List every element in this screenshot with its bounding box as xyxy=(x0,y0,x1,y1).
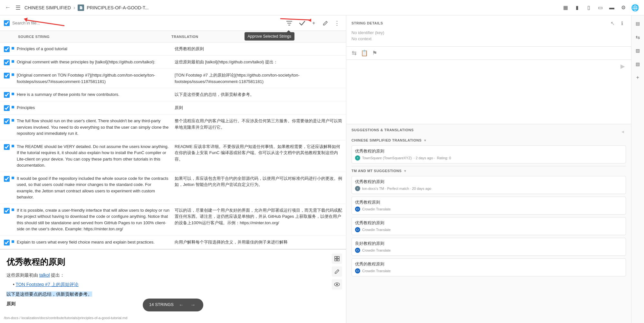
chinese-suggestion-meta-1: T TownSquare (TownSquareXYZ) · 2 days ag… xyxy=(355,155,622,161)
crowdin-avatar-4: Cr xyxy=(355,268,360,273)
tm-suggestion-meta-3: Cr Crowdin Translate xyxy=(355,227,622,232)
tm-suggestion-2: 优秀教程原则 Cr Crowdin Translate xyxy=(351,197,626,215)
main-layout: Approve Selected Strings + ⋮ SOURCE STRI… xyxy=(0,15,644,323)
string-indicator xyxy=(12,106,14,108)
string-translation: 优秀教程的原则 xyxy=(175,46,342,52)
more-icon: ⋮ xyxy=(334,20,340,26)
string-checkbox[interactable] xyxy=(4,118,10,124)
copy-icon[interactable]: 📋 xyxy=(360,49,368,57)
layout-split-icon[interactable]: ▯ xyxy=(583,3,594,13)
string-row[interactable]: Original comment with these principles b… xyxy=(0,56,346,69)
chinese-translations-section: CHINESE SIMPLIFIED TRANSLATIONS ▼ 优秀教程的原… xyxy=(351,138,626,163)
string-checkbox[interactable] xyxy=(4,92,10,98)
svg-rect-6 xyxy=(337,259,339,261)
details-content-area: ▶ xyxy=(346,60,631,124)
right-strip-icon-2[interactable]: ⇆ xyxy=(634,33,642,41)
svg-rect-2 xyxy=(288,25,290,25)
string-checkbox[interactable] xyxy=(4,73,10,78)
layout-grid-icon[interactable]: ▦ xyxy=(560,3,571,13)
string-row[interactable]: Principles 原则 xyxy=(0,101,346,115)
details-expand-button[interactable]: ↖ xyxy=(609,19,616,27)
flag-icon[interactable]: ⚑ xyxy=(371,49,379,57)
suggestions-title: SUGGESTIONS & TRANSLATIONS xyxy=(351,128,414,132)
string-checkbox[interactable] xyxy=(4,144,10,150)
preview-filepath: /ton-docs / localization/docs/contribute… xyxy=(4,315,127,321)
edit-string-button[interactable] xyxy=(320,18,331,28)
string-row[interactable]: The README should be VERY detailed. Do n… xyxy=(0,140,346,172)
settings-icon[interactable]: ⚙ xyxy=(618,3,629,13)
suggestion-time-1: · 2 days ago · xyxy=(414,156,435,160)
string-translation: 整个流程应在用户的客户端上运行。不应涉及任何第三方服务。你需要做的是让用户可以简… xyxy=(175,118,342,130)
file-title[interactable]: PRINCIPLES-OF-A-GOOD-T... xyxy=(87,5,149,10)
layout-full-icon[interactable]: ▭ xyxy=(595,3,605,13)
preview-line1-link[interactable]: talkol xyxy=(39,272,50,278)
tm-suggestion-meta-5: Cr Crowdin Translate xyxy=(355,268,622,273)
string-row[interactable]: Explain to users what every field choice… xyxy=(0,236,346,249)
string-row[interactable]: [Original comment on TON Footstep #7](ht… xyxy=(0,69,346,88)
top-nav: ← ☰ CHINESE SIMPLIFIED › 📄 PRINCIPLES-OF… xyxy=(0,0,644,15)
tm-suggestion-meta-1: T ton-docs's TM · Perfect match · 20 day… xyxy=(355,186,622,191)
back-button[interactable]: ← xyxy=(4,4,12,12)
layout-side-icon[interactable]: ▮ xyxy=(572,3,582,13)
tm-suggestion-3: 优秀教程的原则 Cr Crowdin Translate xyxy=(351,217,626,235)
string-checkbox[interactable] xyxy=(4,105,10,111)
string-row[interactable]: Principles of a good tutorial 优秀教程的原则 xyxy=(0,42,346,56)
preview-view-button[interactable] xyxy=(332,279,342,290)
preview-bullet1-link[interactable]: TON Footstep #7 上的原始评论 xyxy=(16,282,79,287)
right-strip-icon-5[interactable]: + xyxy=(634,73,642,82)
chinese-suggestion-item-1: 优秀教程的原则 T TownSquare (TownSquareXYZ) · 2… xyxy=(351,145,626,163)
string-row[interactable]: The full flow should run on the user's c… xyxy=(0,115,346,140)
tm-avatar-1: T xyxy=(355,186,360,191)
string-indicator xyxy=(12,145,14,147)
string-indicator xyxy=(12,119,14,122)
project-title[interactable]: CHINESE SIMPLIFIED xyxy=(24,5,71,10)
string-row[interactable]: It would be good if the repository inclu… xyxy=(0,172,346,204)
approve-strings-button[interactable]: Approve Selected Strings xyxy=(297,18,307,28)
select-all-checkbox[interactable] xyxy=(4,20,10,26)
right-strip-icon-4[interactable]: ▧ xyxy=(634,60,642,68)
string-translation: 向用户解释每个字段选择的含义，并用最佳的例子来进行解释 xyxy=(175,239,342,245)
tm-suggestions-title[interactable]: TM AND MT SUGGESTIONS ▼ xyxy=(351,169,626,173)
details-header: STRING DETAILS ↖ ℹ xyxy=(351,19,626,27)
more-options-button[interactable]: ⋮ xyxy=(332,18,342,28)
menu-button[interactable]: ☰ xyxy=(14,4,22,12)
badge-next-button[interactable]: → xyxy=(189,301,197,309)
string-checkbox[interactable] xyxy=(4,176,10,182)
preview-area: 优秀教程的原则 这些原则最初由 talkol 提出： • TON Footste… xyxy=(0,249,346,323)
string-row[interactable]: If it is possible, create a user-friendl… xyxy=(0,204,346,236)
right-strip-icon-1[interactable]: ▤ xyxy=(634,19,642,28)
file-icon: 📄 xyxy=(78,5,84,11)
toolbar-actions: Approve Selected Strings + ⋮ xyxy=(297,18,342,28)
tm-source-4: Crowdin Translate xyxy=(362,248,391,252)
string-checkbox[interactable] xyxy=(4,46,10,52)
tm-source-1: ton-docs's TM · Perfect match · 20 days … xyxy=(362,187,431,190)
tm-suggestion-text-3: 优秀教程的原则 xyxy=(355,220,622,226)
string-indicator xyxy=(12,177,14,179)
translate-icon[interactable]: ⇆ xyxy=(350,49,358,57)
string-checkbox[interactable] xyxy=(4,60,10,65)
suggestions-collapse-button[interactable]: ◄ xyxy=(620,128,626,135)
string-checkbox[interactable] xyxy=(4,240,10,245)
filter-button[interactable] xyxy=(284,18,294,28)
strings-list: Principles of a good tutorial 优秀教程的原则 Or… xyxy=(0,42,346,249)
add-string-button[interactable]: + xyxy=(309,18,319,28)
strings-panel: Approve Selected Strings + ⋮ SOURCE STRI… xyxy=(0,15,346,323)
string-checkbox[interactable] xyxy=(4,208,10,214)
right-strip-icon-3[interactable]: ▨ xyxy=(634,46,642,55)
translation-col-header: TRANSLATION xyxy=(171,35,342,39)
details-info-button[interactable]: ℹ xyxy=(618,19,626,27)
townsquare-avatar: T xyxy=(355,155,360,161)
preview-grid-button[interactable] xyxy=(332,254,342,264)
string-source: If it is possible, create a user-friendl… xyxy=(17,207,175,232)
details-collapse-button[interactable]: ▶ xyxy=(620,63,626,69)
layout-alt-icon[interactable]: ▬ xyxy=(607,3,617,13)
preview-edit-button[interactable] xyxy=(332,266,342,277)
chinese-translations-title[interactable]: CHINESE SIMPLIFIED TRANSLATIONS ▼ xyxy=(351,138,626,142)
crowdin-icon[interactable]: 🌐 xyxy=(630,3,640,13)
preview-line1: 这些原则最初由 talkol 提出： xyxy=(6,272,340,279)
preview-line2-text: 以下是这些要点的总结，供新贡献者参考。 xyxy=(6,291,92,297)
search-input[interactable] xyxy=(12,19,282,27)
string-source: The full flow should run on the user's c… xyxy=(17,118,175,137)
badge-prev-button[interactable]: ← xyxy=(178,301,185,309)
string-row[interactable]: Here is a summary of these points for ne… xyxy=(0,88,346,101)
